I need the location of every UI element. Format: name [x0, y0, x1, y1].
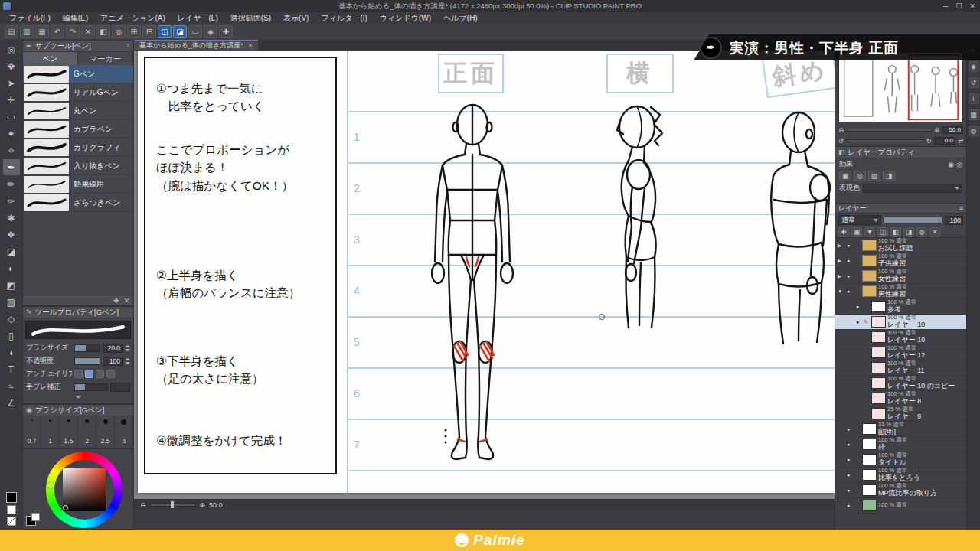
folder-expand-icon[interactable]: ▼ — [838, 289, 843, 294]
layer-row[interactable]: 100 % 通常 レイヤー 10 のコピー — [835, 376, 966, 391]
navigator-thumbnail[interactable] — [838, 52, 963, 122]
brush-size-preset[interactable]: 1 — [41, 416, 60, 447]
document-tab[interactable]: 基本から始める_体の描き方講座* ✕ — [134, 40, 258, 51]
zoom-slider[interactable] — [150, 503, 196, 507]
hue-indicator[interactable] — [48, 483, 54, 488]
folder-expand-icon[interactable]: ▶ — [838, 258, 843, 264]
gradient-tool-icon[interactable]: ▨ — [3, 294, 20, 310]
folder-expand-icon[interactable]: ▶ — [838, 243, 843, 249]
panel-menu-icon[interactable]: ≡ — [126, 43, 130, 50]
layer-thumbnail[interactable] — [871, 362, 886, 373]
nav-rotate-left-icon[interactable]: ↺ — [838, 137, 844, 145]
layer-thumbnail[interactable] — [862, 423, 877, 435]
antialias-weak-option[interactable] — [85, 370, 93, 378]
layer-mask-icon[interactable]: ◧ — [890, 227, 901, 237]
visibility-eye-icon[interactable]: ● — [844, 442, 852, 447]
subtool-brush-row[interactable]: Gペン — [23, 65, 133, 83]
text-tool-icon[interactable]: T — [3, 361, 20, 377]
layer-thumbnail[interactable] — [871, 408, 886, 419]
brush-size-preset[interactable]: 1.5 — [60, 416, 78, 447]
menu-item[interactable]: 表示(V) — [277, 12, 315, 24]
visibility-eye-icon[interactable]: ● — [844, 457, 852, 462]
line-correct-tool-icon[interactable]: ≈ — [3, 378, 20, 394]
layer-row[interactable]: ● 100 % 通常 枠 — [835, 437, 966, 452]
expression-color-dropdown[interactable] — [863, 184, 962, 193]
brush-size-slider[interactable] — [74, 344, 100, 352]
snap-special-ruler-icon[interactable]: ◪ — [173, 25, 187, 38]
menu-item[interactable]: ヘルプ(H) — [437, 12, 484, 24]
frame-tool-icon[interactable]: ▯ — [3, 328, 20, 344]
new-folder-icon[interactable]: ▣ — [851, 227, 862, 237]
ruler-layer-icon[interactable]: ◨ — [903, 227, 914, 237]
new-raster-layer-icon[interactable]: ✚ — [838, 227, 849, 237]
transfer-down-icon[interactable]: ▼ — [864, 227, 875, 237]
menu-item[interactable]: アニメーション(A) — [94, 12, 172, 24]
grid-icon[interactable]: ⊞ — [127, 25, 141, 38]
airbrush-tool-icon[interactable]: ✱ — [3, 210, 20, 226]
layer-thumbnail[interactable] — [862, 469, 877, 481]
status-zoom-out-icon[interactable]: ⊖ — [140, 501, 146, 509]
layer-thumbnail[interactable] — [862, 439, 877, 450]
menu-item[interactable]: ウィンドウ(W) — [374, 12, 437, 24]
subtool-tab[interactable]: マーカー — [78, 52, 133, 65]
subtool-brush-row[interactable]: カブラペン — [23, 120, 133, 139]
status-zoom-in-icon[interactable]: ⊕ — [200, 501, 206, 509]
menu-item[interactable]: フィルター(I) — [315, 12, 373, 24]
opacity-value[interactable]: 100 — [103, 357, 122, 366]
clear-icon[interactable]: ✕ — [81, 25, 95, 38]
minimize-button[interactable]: ─ — [943, 2, 948, 10]
border-effect-icon[interactable]: ▣ — [839, 171, 851, 181]
layer-row[interactable]: ● 100 % 通常 MP流比率の取り方 — [835, 483, 966, 498]
layer-row[interactable]: ▶ ● 100 % 通常 子供練習 — [835, 253, 966, 269]
layer-thumbnail[interactable] — [871, 393, 886, 404]
visibility-eye-icon[interactable]: ● — [844, 426, 852, 432]
layer-thumbnail[interactable] — [862, 285, 877, 297]
brush-size-preset[interactable]: 2 — [78, 416, 96, 447]
figure-tool-icon[interactable]: ◇ — [3, 311, 20, 327]
opacity-slider[interactable] — [74, 357, 100, 365]
layer-row[interactable]: ● 100 % 通常 比率をとろう — [835, 468, 966, 483]
stabilization-value[interactable] — [110, 383, 130, 392]
layer-row[interactable]: 100 % 通常 レイヤー 11 — [835, 360, 966, 376]
ruler-tool-icon[interactable]: ∠ — [3, 395, 20, 411]
blend-mode-dropdown[interactable]: 通常 — [838, 215, 881, 225]
visibility-eye-icon[interactable]: ● — [844, 472, 852, 478]
menu-item[interactable]: レイヤー(L) — [172, 12, 224, 24]
eraser-tool-icon[interactable]: ◪ — [3, 243, 20, 259]
visibility-eye-icon[interactable]: ● — [844, 273, 852, 279]
redo-icon[interactable]: ↷ — [66, 25, 80, 38]
subtool-brush-row[interactable]: 効果線用 — [23, 175, 133, 194]
auto-select-tool-icon[interactable]: ✦ — [3, 126, 20, 142]
layer-thumbnail[interactable] — [862, 454, 877, 465]
tab-close-icon[interactable]: ✕ — [248, 42, 253, 49]
delete-layer-icon[interactable]: ✕ — [929, 227, 940, 237]
history-icon[interactable]: ↺ — [969, 77, 979, 88]
antialias-none-option[interactable] — [74, 370, 83, 378]
select-tool-icon[interactable]: ▭ — [3, 109, 20, 125]
previous-color-swatch[interactable] — [31, 513, 40, 521]
layer-color-icon[interactable]: ▨ — [868, 171, 880, 181]
layer-row[interactable]: ● 100 % 通常 タイトル — [835, 452, 966, 468]
nav-zoom-value[interactable]: 50.0 — [942, 126, 963, 134]
subtool-brush-row[interactable]: 丸ペン — [23, 102, 133, 120]
layer-move-tool-icon[interactable]: ✛ — [3, 92, 20, 108]
subtool-brush-row[interactable]: リアルGペン — [23, 83, 133, 102]
main-color-swatch[interactable] — [6, 492, 17, 503]
layer-thumbnail[interactable] — [862, 255, 877, 266]
delete-subtool-icon[interactable]: ✕ — [123, 297, 129, 305]
open-file-icon[interactable]: ▥ — [20, 25, 34, 38]
tool-property-expander[interactable] — [23, 393, 133, 400]
layer-thumbnail[interactable] — [871, 347, 886, 358]
extract-line-icon[interactable]: ◨ — [883, 171, 895, 181]
snap-ruler-icon[interactable]: ◫ — [158, 25, 172, 38]
folder-expand-icon[interactable]: ▶ — [838, 273, 843, 279]
decoration-tool-icon[interactable]: ❖ — [3, 227, 20, 243]
layer-row[interactable]: ▶ ● 100 % 通常 女性練習 — [835, 269, 966, 284]
menu-item[interactable]: ファイル(F) — [3, 12, 57, 24]
material-panel-icon[interactable]: ◈ — [204, 25, 217, 38]
blend-tool-icon[interactable]: ◐ — [3, 260, 20, 276]
brush-size-preset[interactable]: 0.7 — [23, 416, 41, 447]
onion-skin-icon[interactable]: ◍ — [916, 227, 927, 237]
material-drawer-icon[interactable]: ◈ — [969, 61, 979, 72]
nav-rotate-slider[interactable] — [846, 139, 924, 142]
